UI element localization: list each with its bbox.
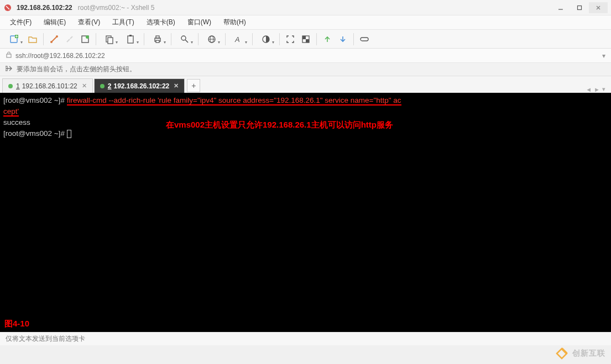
print-button[interactable] (148, 32, 168, 46)
window-controls (551, 2, 608, 13)
open-button[interactable] (25, 32, 40, 46)
menu-file[interactable]: 文件(F) (6, 15, 36, 29)
disconnect-button[interactable] (62, 32, 77, 46)
terminal-cursor (67, 130, 71, 138)
svg-rect-29 (306, 39, 309, 43)
globe-button[interactable] (202, 32, 222, 46)
svg-text:A: A (234, 35, 240, 44)
hint-bar: 要添加当前会话，点击左侧的箭头按钮。 (0, 63, 611, 76)
terminal-prompt: [root@vms002 ~] (3, 96, 60, 104)
minimize-button[interactable] (551, 2, 570, 13)
terminal-pane[interactable]: [root@vms002 ~]# firewall-cmd --add-rich… (0, 93, 611, 332)
terminal-command-cont: cept' (3, 107, 19, 117)
svg-rect-30 (361, 38, 368, 41)
paste-button[interactable] (121, 32, 140, 46)
svg-rect-2 (578, 6, 582, 9)
find-button[interactable] (175, 32, 195, 46)
svg-rect-14 (108, 38, 113, 44)
toolbar-separator (96, 33, 96, 45)
close-button[interactable] (589, 2, 608, 13)
status-bar: 仅将文本发送到当前选项卡 (0, 332, 611, 345)
svg-rect-28 (302, 36, 306, 39)
figure-label: 图4-10 (4, 318, 29, 329)
toolbar-separator (198, 33, 199, 45)
svg-line-21 (185, 40, 188, 43)
terminal-annotation: 在vms002主机设置只允许192.168.26.1主机可以访问http服务 (166, 119, 393, 130)
toolbar-separator (144, 33, 144, 45)
terminal-output: success (3, 118, 30, 126)
upload-button[interactable] (320, 32, 335, 46)
reconnect-button[interactable] (78, 32, 92, 46)
toolbar-separator (279, 33, 280, 45)
menu-view[interactable]: 查看(V) (74, 15, 105, 29)
terminal-prompt: [root@vms002 ~] (3, 129, 60, 138)
address-dropdown-icon[interactable]: ▾ (602, 52, 605, 60)
copy-button[interactable] (100, 32, 119, 46)
menu-bar: 文件(F) 编辑(E) 查看(V) 工具(T) 选项卡(B) 窗口(W) 帮助(… (0, 15, 611, 30)
svg-rect-19 (156, 40, 159, 43)
menu-window[interactable]: 窗口(W) (183, 15, 216, 29)
svg-point-12 (86, 35, 89, 39)
toolbar-separator (252, 33, 253, 45)
watermark-logo-icon (555, 346, 569, 361)
status-text: 仅将文本发送到当前选项卡 (6, 334, 85, 344)
svg-point-10 (56, 35, 58, 38)
toolbar-separator (353, 33, 354, 45)
download-button[interactable] (336, 32, 350, 46)
address-url: ssh://root@192.168.26.102:22 (15, 52, 105, 60)
address-bar[interactable]: ssh://root@192.168.26.102:22 ▾ (0, 49, 611, 63)
tab-number: 2 (108, 82, 112, 90)
svg-point-20 (181, 36, 186, 40)
toolbar-separator (316, 33, 317, 45)
tab-close-icon[interactable]: ✕ (82, 82, 87, 89)
tab-strip: 1 192.168.26.101:22 ✕ 2 192.168.26.102:2… (0, 76, 611, 93)
transparency-button[interactable] (299, 32, 313, 46)
tab-label: 192.168.26.102:22 (113, 82, 169, 90)
svg-rect-18 (156, 36, 159, 38)
tab-label: 192.168.26.101:22 (22, 82, 77, 90)
hint-text: 要添加当前会话，点击左侧的箭头按钮。 (17, 65, 136, 74)
terminal-prompt-hash: # (60, 129, 66, 138)
app-icon (3, 3, 12, 12)
menu-edit[interactable]: 编辑(E) (39, 15, 70, 29)
status-dot-icon (100, 84, 105, 88)
maximize-button[interactable] (570, 2, 589, 13)
tab-number: 1 (16, 82, 20, 90)
svg-point-9 (50, 41, 53, 43)
tab-nav-right-icon[interactable]: ► (594, 86, 600, 93)
hint-arrow-icon (6, 65, 13, 73)
tab-nav: ◄ ► ▾ (586, 86, 609, 93)
watermark-text: 创新互联 (572, 349, 605, 358)
terminal-prompt-hash: # (60, 96, 66, 104)
toolbar-separator (225, 33, 226, 45)
window-title-primary: 192.168.26.102:22 (17, 4, 72, 12)
toolbar-separator (171, 33, 171, 45)
tab-close-icon[interactable]: ✕ (174, 82, 179, 89)
tab-nav-menu-icon[interactable]: ▾ (602, 86, 605, 93)
session-tab-active[interactable]: 2 192.168.26.102:22 ✕ (94, 78, 185, 93)
svg-rect-31 (7, 54, 11, 57)
connect-button[interactable] (47, 32, 61, 46)
toolbar-separator (43, 33, 44, 45)
menu-help[interactable]: 帮助(H) (219, 15, 250, 29)
fullscreen-button[interactable] (283, 32, 297, 46)
lock-icon (6, 51, 12, 60)
compose-bar-button[interactable] (357, 32, 372, 46)
color-scheme-button[interactable] (256, 32, 276, 46)
menu-tools[interactable]: 工具(T) (108, 15, 138, 29)
watermark: 创新互联 (555, 346, 605, 361)
svg-rect-16 (129, 35, 132, 36)
window-titlebar: 192.168.26.102:22 root@vms002:~ - Xshell… (0, 0, 611, 15)
svg-rect-15 (128, 36, 133, 43)
session-tab[interactable]: 1 192.168.26.101:22 ✕ (2, 78, 93, 93)
new-session-button[interactable] (4, 32, 24, 46)
add-tab-button[interactable]: + (187, 79, 200, 92)
status-dot-icon (8, 84, 13, 88)
menu-tabs[interactable]: 选项卡(B) (142, 15, 180, 29)
tab-nav-left-icon[interactable]: ◄ (586, 86, 592, 93)
terminal-command: firewall-cmd --add-rich-rule 'rule famil… (67, 96, 401, 105)
font-button[interactable]: A (229, 32, 249, 46)
toolbar: A (0, 30, 611, 49)
window-title-secondary: root@vms002:~ - Xshell 5 (78, 4, 155, 12)
